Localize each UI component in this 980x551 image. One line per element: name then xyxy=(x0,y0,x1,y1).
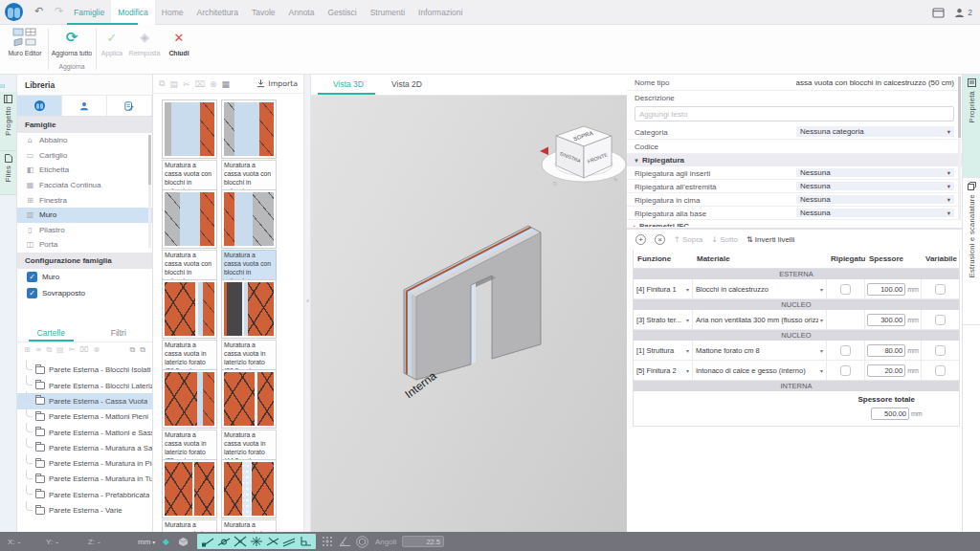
spessore-input[interactable]: 20.00 xyxy=(867,364,905,377)
libreria-tab-sistema[interactable] xyxy=(17,96,62,116)
3d-canvas[interactable]: SOPRA SINISTRA FRONTE O S xyxy=(311,96,627,532)
tab-modifica[interactable]: Modifica xyxy=(111,0,155,25)
paste-icon[interactable]: ▤ xyxy=(169,79,178,89)
ripiegatura-inserti-dropdown[interactable]: Nessuna▾ xyxy=(796,168,954,177)
famiglia-porta[interactable]: ◫Porta xyxy=(17,237,152,253)
folder-row[interactable]: Parete Esterna - Mattoni Pieni xyxy=(17,409,152,425)
isolate-3d-icon[interactable] xyxy=(356,532,368,551)
nome-tipo-value[interactable]: Muratura a cassa vuota con blocchi in ca… xyxy=(796,75,954,90)
redo-icon[interactable]: ↷ xyxy=(55,5,63,17)
folder-row[interactable]: Parete Esterna - Blocchi Isolati xyxy=(17,363,152,378)
materiale-dropdown[interactable]: Blocchi in calcestruzzo▾ xyxy=(693,279,827,298)
delete-layer-icon[interactable]: × xyxy=(655,234,665,245)
wall-3d-model[interactable]: Interna xyxy=(388,172,593,407)
app-logo-icon[interactable] xyxy=(5,3,23,21)
cancel-icon[interactable]: ⊗ xyxy=(210,79,217,89)
copy-icon[interactable]: ⧉ xyxy=(46,345,52,355)
checkbox-checked-icon[interactable]: ✓ xyxy=(27,272,37,282)
tab-vista-3d[interactable]: Vista 3D xyxy=(333,75,364,95)
folder-row[interactable]: Parete Esterna - Mattoni e Sassi xyxy=(17,425,152,440)
materiale-dropdown[interactable]: Aria non ventilata 300 mm (flusso orizz.… xyxy=(693,310,827,329)
cut-icon[interactable]: ✂ xyxy=(69,345,76,354)
rail-tab-proprieta[interactable]: Proprietà xyxy=(963,75,980,178)
funzione-dropdown[interactable]: [5] Finitura 2▾ xyxy=(634,361,693,380)
variabile-checkbox[interactable] xyxy=(935,345,946,356)
duplicate2-icon[interactable]: ⧉ xyxy=(140,345,145,355)
categoria-dropdown[interactable]: Nessuna categoria ▾ xyxy=(796,126,954,137)
variabile-checkbox[interactable] xyxy=(935,365,946,376)
importa-button[interactable]: Importa xyxy=(256,79,298,88)
checkbox-checked-icon[interactable]: ✓ xyxy=(27,288,37,298)
ripiegatura-checkbox[interactable] xyxy=(840,345,851,356)
tab-filtri[interactable]: Filtri xyxy=(85,323,153,342)
ripiegatura-base-dropdown[interactable]: Nessuna▾ xyxy=(796,209,954,217)
collapse-chevron-icon[interactable]: ‹ xyxy=(304,297,311,305)
libreria-tab-utente[interactable] xyxy=(62,96,107,116)
famiglia-facciata-continua[interactable]: ▦Facciata Continua xyxy=(17,178,152,193)
ripiegatura-checkbox[interactable] xyxy=(840,365,851,376)
funzione-dropdown[interactable]: [3] Strato ter...▾ xyxy=(634,310,693,329)
checkbox-row-muro[interactable]: ✓ Muro xyxy=(17,269,152,285)
materiale-dropdown[interactable]: Intonaco di calce e gesso (interno)▾ xyxy=(693,361,827,380)
parametri-ifc-section[interactable]: ▸Parametri IFC xyxy=(627,220,962,227)
paste-icon[interactable]: ▤ xyxy=(56,345,64,354)
tab-tavole[interactable]: Tavole xyxy=(245,0,282,25)
properties-scrollbar[interactable] xyxy=(958,77,961,220)
panel-splitter[interactable]: ‹ xyxy=(304,75,311,532)
snap-nearest-icon[interactable] xyxy=(266,536,279,547)
snap-perpendicular-icon[interactable] xyxy=(299,536,312,547)
funzione-dropdown[interactable]: [4] Finitura 1▾ xyxy=(634,279,693,298)
famiglie-scrollbar[interactable] xyxy=(148,135,151,248)
folder-row[interactable]: Parete Esterna - Prefabbricata xyxy=(17,487,152,502)
folder-row[interactable]: Parete Esterna - Blocchi Laterizi xyxy=(17,378,152,393)
aggiorna-tutto-button[interactable]: ⟳ Aggiorna tutto xyxy=(50,27,94,56)
ring-letter-south[interactable]: S xyxy=(612,176,619,183)
clipboard-icon[interactable]: ⌧ xyxy=(79,345,88,354)
ripiegatura-checkbox[interactable] xyxy=(840,284,851,295)
move-up-button[interactable]: ↑ Sopra xyxy=(674,235,702,244)
libreria-tab-documenti[interactable] xyxy=(107,96,152,116)
ripiegatura-section-header[interactable]: ▼Ripiegatura xyxy=(627,154,962,166)
chiudi-button[interactable]: ✕ Chiudi xyxy=(165,27,193,56)
copy-icon[interactable]: ⧉ xyxy=(159,78,165,89)
ortho-angle-icon[interactable] xyxy=(339,532,351,551)
variabile-checkbox[interactable] xyxy=(935,284,946,295)
snap-intersection-icon[interactable] xyxy=(234,536,247,547)
famiglia-cartiglio[interactable]: ▭Cartiglio xyxy=(17,148,152,164)
layout-window-icon[interactable] xyxy=(932,8,945,18)
folder-row[interactable]: Parete Esterna - Muratura in Tufo xyxy=(17,472,152,487)
tab-vista-2d[interactable]: Vista 2D xyxy=(391,75,422,95)
wall-type-thumb[interactable]: Muratura a cassa vuota in laterizio xyxy=(221,459,277,532)
famiglia-pilastro[interactable]: ▯Pilastro xyxy=(17,223,152,238)
muro-editor-button[interactable]: Muro Editor xyxy=(4,27,46,56)
tab-home[interactable]: Home xyxy=(155,0,190,25)
folder-row[interactable]: Parete Esterna - Muratura a Sacco xyxy=(17,440,152,455)
solid-mode-icon[interactable] xyxy=(178,532,189,551)
materiale-dropdown[interactable]: Mattone forato cm 8▾ xyxy=(693,341,827,360)
folder-row-selected[interactable]: Parete Esterna - Cassa Vuota xyxy=(17,393,152,408)
tab-informazioni[interactable]: Informazioni xyxy=(412,0,469,25)
grid-snap-icon[interactable] xyxy=(322,532,333,551)
tab-famiglie[interactable]: Famiglie xyxy=(67,0,111,25)
spessore-input[interactable]: 300.00 xyxy=(867,314,905,326)
snap-endpoint-icon[interactable] xyxy=(201,536,214,547)
snap-center-icon[interactable] xyxy=(250,536,263,547)
reimposta-button[interactable]: ◈ Reimposta xyxy=(127,27,162,56)
famiglia-etichetta[interactable]: ◧Etichetta xyxy=(17,163,152,178)
checkbox-row-sovrapposto[interactable]: ✓ Sovrapposto xyxy=(17,285,152,301)
rail-tab-progetto[interactable]: Progetto xyxy=(0,92,16,151)
ripiegatura-estremita-dropdown[interactable]: Nessuna▾ xyxy=(796,182,954,190)
wall-type-thumb[interactable]: Muratura a cassa vuota con blocchi in ca… xyxy=(162,189,217,288)
snap-diamond-icon[interactable]: ◆ xyxy=(163,532,169,551)
clipboard-icon[interactable]: ⌧ xyxy=(195,79,205,89)
new-folder-icon[interactable]: ⊞ xyxy=(24,345,31,354)
cut-icon[interactable]: ✂ xyxy=(183,79,190,89)
wall-type-thumb[interactable]: Muratura a cassa vuota in laterizio fora… xyxy=(221,279,277,378)
wall-type-thumb[interactable]: Muratura a cassa vuota in laterizio xyxy=(162,459,217,532)
unit-dropdown[interactable]: mm▾ xyxy=(138,532,155,551)
famiglia-muro[interactable]: ▥Muro xyxy=(17,208,152,223)
move-down-button[interactable]: ↓ Sotto xyxy=(711,235,738,244)
folder-row[interactable]: Parete Esterna - Muratura in Pietra xyxy=(17,456,152,472)
spessore-input[interactable]: 100.00 xyxy=(867,283,905,296)
duplicate-icon[interactable]: ⧉ xyxy=(130,345,136,355)
